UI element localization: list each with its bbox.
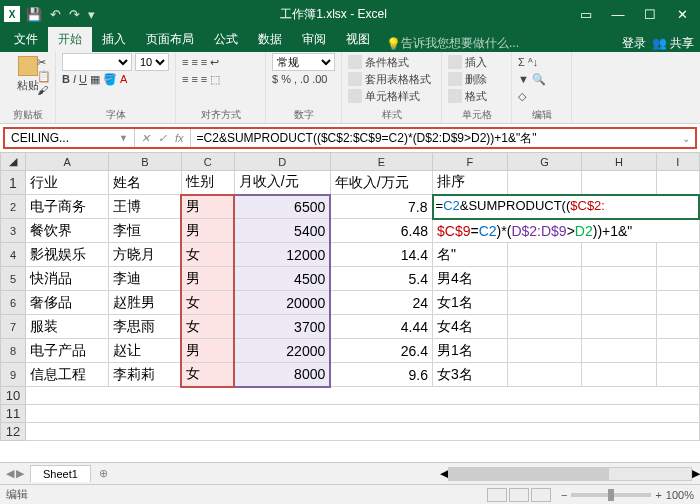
format-painter-icon[interactable]: 🖌	[37, 84, 51, 96]
percent-icon[interactable]: %	[281, 73, 291, 85]
cell[interactable]	[26, 387, 700, 405]
col-header[interactable]: H	[582, 153, 657, 171]
zoom-slider[interactable]	[571, 493, 651, 497]
cell[interactable]	[507, 339, 582, 363]
row-header[interactable]: 12	[1, 423, 26, 441]
cell[interactable]: 年收入/万元	[330, 171, 432, 195]
cell[interactable]	[507, 243, 582, 267]
underline-button[interactable]: U	[79, 73, 87, 85]
inc-dec-icon[interactable]: .0	[300, 73, 309, 85]
cell[interactable]: 男	[181, 219, 234, 243]
align-bot-icon[interactable]: ≡	[201, 56, 207, 68]
cell[interactable]	[582, 267, 657, 291]
cell[interactable]: 女	[181, 363, 234, 387]
cancel-formula-icon[interactable]: ✕	[141, 132, 150, 145]
minimize-icon[interactable]: —	[604, 7, 632, 22]
hscroll-track[interactable]	[448, 467, 692, 481]
comma-icon[interactable]: ,	[294, 73, 297, 85]
tab-file[interactable]: 文件	[4, 27, 48, 52]
cell[interactable]	[582, 363, 657, 387]
cell[interactable]	[507, 267, 582, 291]
row-header[interactable]: 3	[1, 219, 26, 243]
cell[interactable]: 女	[181, 243, 234, 267]
cell[interactable]: 影视娱乐	[26, 243, 109, 267]
cell[interactable]	[582, 243, 657, 267]
cell[interactable]: 李恒	[109, 219, 181, 243]
scroll-left-icon[interactable]: ◀	[440, 467, 448, 480]
worksheet-grid[interactable]: ◢ A B C D E F G H I 1 行业 姓名 性别 月收入/元 年收入…	[0, 152, 700, 462]
col-header[interactable]: D	[234, 153, 330, 171]
table-format-button[interactable]: 套用表格格式	[348, 71, 435, 87]
cell[interactable]: 信息工程	[26, 363, 109, 387]
row-header[interactable]: 11	[1, 405, 26, 423]
tab-review[interactable]: 审阅	[292, 27, 336, 52]
align-top-icon[interactable]: ≡	[182, 56, 188, 68]
cell[interactable]: 性别	[181, 171, 234, 195]
cell[interactable]: $C$9=C2)*(D$2:D$9>D2))+1&"	[433, 219, 699, 243]
cell[interactable]	[507, 315, 582, 339]
cell[interactable]: 电子产品	[26, 339, 109, 363]
qat-dropdown-icon[interactable]: ▾	[88, 7, 95, 22]
add-sheet-button[interactable]: ⊕	[91, 467, 116, 480]
cell[interactable]: 5.4	[330, 267, 432, 291]
save-icon[interactable]: 💾	[26, 7, 42, 22]
cell[interactable]: 赵胜男	[109, 291, 181, 315]
cell[interactable]	[656, 171, 699, 195]
row-header[interactable]: 2	[1, 195, 26, 219]
currency-icon[interactable]: $	[272, 73, 278, 85]
chevron-down-icon[interactable]: ▼	[119, 133, 128, 143]
maximize-icon[interactable]: ☐	[636, 7, 664, 22]
align-left-icon[interactable]: ≡	[182, 73, 188, 85]
align-center-icon[interactable]: ≡	[191, 73, 197, 85]
row-header[interactable]: 9	[1, 363, 26, 387]
row-header[interactable]: 7	[1, 315, 26, 339]
copy-icon[interactable]: 📋	[37, 70, 51, 83]
zoom-in-icon[interactable]: +	[655, 489, 661, 501]
format-cells-button[interactable]: 格式	[448, 88, 505, 104]
cell[interactable]	[507, 171, 582, 195]
cell[interactable]: 姓名	[109, 171, 181, 195]
cell[interactable]: 20000	[234, 291, 330, 315]
cell[interactable]	[656, 363, 699, 387]
cell[interactable]: 排序	[433, 171, 508, 195]
cell[interactable]: 方晓月	[109, 243, 181, 267]
delete-cells-button[interactable]: 删除	[448, 71, 505, 87]
cell[interactable]: 女	[181, 315, 234, 339]
cell[interactable]: 女1名	[433, 291, 508, 315]
page-layout-view-icon[interactable]	[509, 488, 529, 502]
tell-me[interactable]: 💡 告诉我您想要做什么...	[386, 35, 519, 52]
row-header[interactable]: 4	[1, 243, 26, 267]
cell[interactable]: 月收入/元	[234, 171, 330, 195]
cell[interactable]: 6500	[234, 195, 330, 219]
cell[interactable]	[26, 405, 700, 423]
dec-dec-icon[interactable]: .00	[312, 73, 327, 85]
active-cell[interactable]: =C2&SUMPRODUCT(($C$2:	[433, 195, 699, 219]
cell[interactable]: 4500	[234, 267, 330, 291]
bold-button[interactable]: B	[62, 73, 70, 85]
enter-formula-icon[interactable]: ✓	[158, 132, 167, 145]
cell[interactable]: 24	[330, 291, 432, 315]
tab-formulas[interactable]: 公式	[204, 27, 248, 52]
row-header[interactable]: 1	[1, 171, 26, 195]
cell[interactable]: 男	[181, 267, 234, 291]
select-all-corner[interactable]: ◢	[1, 153, 26, 171]
cell[interactable]: 李思雨	[109, 315, 181, 339]
cell[interactable]: 快消品	[26, 267, 109, 291]
cell[interactable]: 男	[181, 339, 234, 363]
cell[interactable]: 王博	[109, 195, 181, 219]
name-box[interactable]: CEILING... ▼	[5, 129, 135, 147]
fill-color-icon[interactable]: 🪣	[103, 73, 117, 86]
tab-home[interactable]: 开始	[48, 27, 92, 52]
row-header[interactable]: 8	[1, 339, 26, 363]
tab-insert[interactable]: 插入	[92, 27, 136, 52]
cell[interactable]: 14.4	[330, 243, 432, 267]
italic-button[interactable]: I	[73, 73, 76, 85]
cell[interactable]	[656, 339, 699, 363]
col-header[interactable]: C	[181, 153, 234, 171]
col-header[interactable]: E	[330, 153, 432, 171]
align-mid-icon[interactable]: ≡	[191, 56, 197, 68]
cell[interactable]	[656, 315, 699, 339]
cell[interactable]: 餐饮界	[26, 219, 109, 243]
cell[interactable]	[582, 291, 657, 315]
cell[interactable]	[507, 363, 582, 387]
